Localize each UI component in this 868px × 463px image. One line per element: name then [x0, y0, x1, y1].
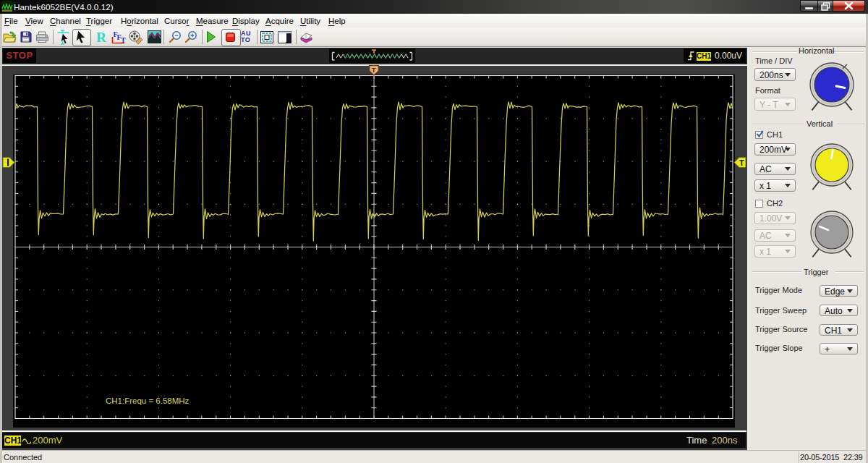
svg-text:T: T [739, 158, 744, 167]
svg-text:T: T [372, 66, 376, 74]
